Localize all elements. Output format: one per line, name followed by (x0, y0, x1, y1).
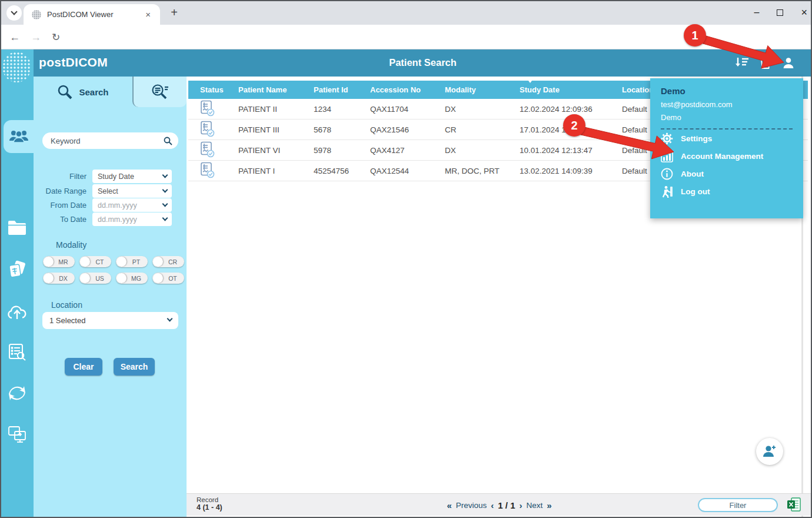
menu-item-logout[interactable]: Log out (661, 182, 793, 200)
modality-toggle-us[interactable]: US (79, 273, 111, 284)
status-report-icon (200, 100, 215, 117)
gear-icon (661, 132, 673, 145)
add-patient-icon (762, 444, 777, 459)
studies-icon (8, 260, 26, 279)
trash-icon[interactable] (758, 55, 773, 71)
status-report-icon (200, 162, 215, 178)
sidebar-item-upload[interactable] (0, 299, 34, 325)
sort-desc-icon (527, 78, 534, 83)
chevron-down-icon (162, 201, 168, 207)
new-tab-button[interactable]: + (167, 5, 182, 20)
sidebar-item-sync[interactable] (0, 380, 34, 406)
sidebar-item-studies[interactable] (0, 257, 34, 283)
previous-button[interactable]: Previous (456, 501, 487, 510)
sidebar-item-devices[interactable] (0, 421, 34, 447)
patients-icon (9, 129, 29, 144)
col-patient-name[interactable]: Patient Name (238, 85, 314, 94)
menu-item-about[interactable]: About (661, 165, 793, 182)
app-header: postDICOM Patient Search (34, 49, 812, 77)
to-date-select[interactable]: dd.mm.yyyy (92, 212, 172, 226)
tab-advanced-search[interactable] (132, 77, 187, 107)
sort-icon[interactable] (734, 55, 750, 71)
tab-list-chevron-icon[interactable] (6, 5, 22, 21)
cell-modality: DX (445, 146, 520, 155)
search-icon (164, 137, 172, 145)
modality-toggle-mr[interactable]: MR (43, 256, 75, 267)
date-range-select[interactable]: Select (92, 184, 172, 198)
modality-toggle-mg[interactable]: MG (116, 273, 148, 284)
user-icon[interactable] (781, 55, 796, 71)
status-report-icon (200, 141, 215, 158)
tab-search[interactable]: Search (34, 77, 132, 107)
col-status[interactable]: Status (200, 85, 238, 94)
location-select[interactable]: 1 Selected (42, 312, 178, 329)
chevron-down-icon (167, 316, 173, 322)
col-modality[interactable]: Modality (445, 85, 520, 94)
modality-label: Modality (56, 240, 86, 250)
back-button[interactable]: ← (9, 25, 20, 49)
table-footer: Record 4 (1 - 4) « Previous ‹ 1 / 1 › Ne… (187, 493, 812, 516)
chevron-down-icon (162, 187, 168, 193)
keyword-input[interactable] (51, 137, 164, 145)
info-icon (661, 168, 673, 180)
cell-accession: QAX11704 (370, 105, 445, 114)
forward-button: → (31, 25, 41, 49)
worklist-search-icon (8, 343, 26, 361)
col-accession-no[interactable]: Accession No (370, 85, 445, 94)
cell-study-date: 12.02.2024 12:09:36 (520, 105, 622, 114)
keyword-field[interactable] (42, 132, 178, 149)
left-sidebar (0, 49, 34, 518)
modality-toggle-ot[interactable]: OT (152, 273, 184, 284)
browser-tab-strip: PostDICOM Viewer × + – × (0, 0, 812, 25)
cell-accession: QAX4127 (370, 146, 445, 155)
modality-toggle-cr[interactable]: CR (152, 256, 184, 267)
cell-accession: QAX21546 (370, 125, 445, 134)
browser-window: PostDICOM Viewer × + – × ← → ↻ unitedsta… (0, 0, 812, 518)
browser-tab[interactable]: PostDICOM Viewer × (24, 4, 160, 25)
col-patient-id[interactable]: Patient Id (314, 85, 370, 94)
modality-toggle-pt[interactable]: PT (116, 256, 148, 267)
modality-toggle-dx[interactable]: DX (43, 273, 75, 284)
col-study-date[interactable]: Study Date (520, 85, 622, 94)
excel-export-icon[interactable] (787, 497, 801, 514)
search-button[interactable]: Search (114, 358, 155, 376)
first-page-icon[interactable]: « (447, 500, 451, 510)
cell-patient-id: 1234 (314, 105, 370, 114)
close-button[interactable]: × (801, 6, 807, 19)
advanced-search-icon (151, 84, 169, 100)
modality-toggle-ct[interactable]: CT (79, 256, 111, 267)
status-report-icon (200, 121, 215, 137)
cell-patient-name: PATIENT II (238, 105, 314, 114)
chevron-down-icon (162, 215, 168, 221)
next-page-icon[interactable]: › (519, 500, 522, 510)
next-button[interactable]: Next (526, 501, 543, 510)
sidebar-item-folders[interactable] (0, 214, 34, 240)
sidebar-item-patients[interactable] (4, 120, 34, 153)
from-date-select[interactable]: dd.mm.yyyy (92, 198, 172, 212)
sync-icon (8, 384, 26, 402)
filter-select[interactable]: Study Date (92, 170, 172, 183)
prev-page-icon[interactable]: ‹ (491, 500, 494, 510)
filter-button[interactable]: Filter (698, 498, 778, 512)
last-page-icon[interactable]: » (547, 500, 551, 510)
from-date-label: From Date (34, 201, 92, 210)
menu-item-settings[interactable]: Settings (661, 130, 793, 147)
page-title: Patient Search (34, 57, 812, 68)
reload-button[interactable]: ↻ (52, 25, 60, 49)
clear-button[interactable]: Clear (65, 358, 102, 376)
cell-patient-id: 45254756 (314, 167, 370, 175)
minimize-button[interactable]: – (754, 7, 760, 18)
tab-close-icon[interactable]: × (143, 9, 153, 19)
maximize-button[interactable] (777, 9, 783, 16)
cell-accession: QAX12544 (370, 167, 445, 175)
add-patient-button[interactable] (756, 438, 783, 465)
cell-modality: DX (445, 105, 520, 114)
to-date-label: To Date (34, 215, 92, 224)
date-range-label: Date Range (34, 187, 92, 195)
sidebar-item-worklist[interactable] (0, 339, 34, 365)
cell-study-date: 13.02.2021 14:09:39 (520, 167, 622, 175)
location-label: Location (51, 300, 82, 310)
user-email: test@postdicom.com (661, 100, 793, 109)
devices-icon (8, 426, 26, 443)
menu-item-account-management[interactable]: Account Management (661, 147, 793, 165)
